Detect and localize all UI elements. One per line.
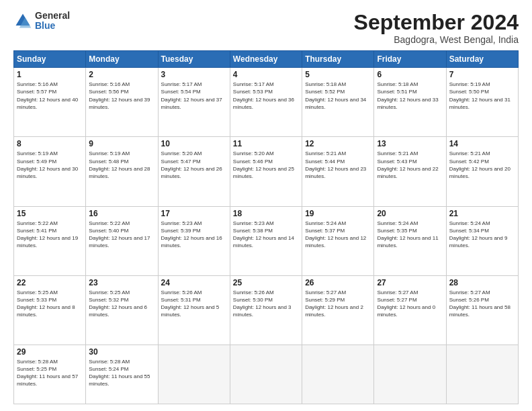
day-info: Sunrise: 5:27 AMSunset: 5:27 PMDaylight:… xyxy=(377,289,443,319)
calendar-row: 22Sunrise: 5:25 AMSunset: 5:33 PMDayligh… xyxy=(14,275,519,345)
day-number: 10 xyxy=(161,139,227,148)
table-row: 24Sunrise: 5:26 AMSunset: 5:31 PMDayligh… xyxy=(158,275,230,345)
day-number: 5 xyxy=(305,70,371,79)
day-number: 1 xyxy=(17,70,83,79)
day-number: 19 xyxy=(305,209,371,218)
col-tuesday: Tuesday xyxy=(158,51,230,68)
table-row: 16Sunrise: 5:22 AMSunset: 5:40 PMDayligh… xyxy=(86,206,158,275)
day-info: Sunrise: 5:27 AMSunset: 5:26 PMDaylight:… xyxy=(449,289,515,319)
col-wednesday: Wednesday xyxy=(230,51,302,68)
header: General Blue September 2024 Bagdogra, We… xyxy=(13,11,519,45)
table-row: 8Sunrise: 5:19 AMSunset: 5:49 PMDaylight… xyxy=(14,137,86,206)
col-friday: Friday xyxy=(374,51,446,68)
day-number: 3 xyxy=(161,70,227,79)
table-row: 15Sunrise: 5:22 AMSunset: 5:41 PMDayligh… xyxy=(14,206,86,275)
day-info: Sunrise: 5:16 AMSunset: 5:56 PMDaylight:… xyxy=(89,81,154,111)
day-number: 2 xyxy=(89,70,154,79)
table-row: 26Sunrise: 5:27 AMSunset: 5:29 PMDayligh… xyxy=(302,275,374,345)
table-row: 22Sunrise: 5:25 AMSunset: 5:33 PMDayligh… xyxy=(14,275,86,345)
table-row: 12Sunrise: 5:21 AMSunset: 5:44 PMDayligh… xyxy=(302,137,374,206)
day-number: 23 xyxy=(89,278,154,287)
table-row: 20Sunrise: 5:24 AMSunset: 5:35 PMDayligh… xyxy=(374,206,446,275)
day-info: Sunrise: 5:17 AMSunset: 5:53 PMDaylight:… xyxy=(233,81,299,111)
table-row: 14Sunrise: 5:21 AMSunset: 5:42 PMDayligh… xyxy=(446,137,518,206)
day-info: Sunrise: 5:21 AMSunset: 5:42 PMDaylight:… xyxy=(449,150,515,180)
col-sunday: Sunday xyxy=(14,51,86,68)
day-info: Sunrise: 5:25 AMSunset: 5:33 PMDaylight:… xyxy=(17,289,83,319)
calendar-row: 8Sunrise: 5:19 AMSunset: 5:49 PMDaylight… xyxy=(14,137,519,206)
day-number: 12 xyxy=(305,139,371,148)
day-number: 20 xyxy=(377,209,443,218)
table-row: 9Sunrise: 5:19 AMSunset: 5:48 PMDaylight… xyxy=(86,137,158,206)
day-info: Sunrise: 5:16 AMSunset: 5:57 PMDaylight:… xyxy=(17,81,83,111)
table-row: 29Sunrise: 5:28 AMSunset: 5:25 PMDayligh… xyxy=(14,345,86,404)
page: General Blue September 2024 Bagdogra, We… xyxy=(0,0,532,411)
table-row: 28Sunrise: 5:27 AMSunset: 5:26 PMDayligh… xyxy=(446,275,518,345)
day-number: 15 xyxy=(17,209,83,218)
day-info: Sunrise: 5:24 AMSunset: 5:34 PMDaylight:… xyxy=(449,220,515,250)
day-info: Sunrise: 5:27 AMSunset: 5:29 PMDaylight:… xyxy=(305,289,371,319)
day-info: Sunrise: 5:24 AMSunset: 5:35 PMDaylight:… xyxy=(377,220,443,250)
day-info: Sunrise: 5:23 AMSunset: 5:38 PMDaylight:… xyxy=(233,220,299,250)
table-row xyxy=(158,345,230,404)
table-row: 11Sunrise: 5:20 AMSunset: 5:46 PMDayligh… xyxy=(230,137,302,206)
day-number: 16 xyxy=(89,209,154,218)
day-number: 25 xyxy=(233,278,299,287)
day-info: Sunrise: 5:28 AMSunset: 5:25 PMDaylight:… xyxy=(17,358,83,388)
day-number: 9 xyxy=(89,139,154,148)
day-number: 28 xyxy=(449,278,515,287)
day-info: Sunrise: 5:20 AMSunset: 5:46 PMDaylight:… xyxy=(233,150,299,180)
day-number: 29 xyxy=(17,347,83,357)
table-row: 19Sunrise: 5:24 AMSunset: 5:37 PMDayligh… xyxy=(302,206,374,275)
day-number: 13 xyxy=(377,139,443,148)
table-row: 17Sunrise: 5:23 AMSunset: 5:39 PMDayligh… xyxy=(158,206,230,275)
day-info: Sunrise: 5:28 AMSunset: 5:24 PMDaylight:… xyxy=(89,358,154,388)
calendar-row: 1Sunrise: 5:16 AMSunset: 5:57 PMDaylight… xyxy=(14,68,519,137)
day-info: Sunrise: 5:20 AMSunset: 5:47 PMDaylight:… xyxy=(161,150,227,180)
month-title: September 2024 xyxy=(354,11,519,34)
table-row xyxy=(446,345,518,404)
day-info: Sunrise: 5:21 AMSunset: 5:43 PMDaylight:… xyxy=(377,150,443,180)
day-number: 4 xyxy=(233,70,299,79)
table-row: 10Sunrise: 5:20 AMSunset: 5:47 PMDayligh… xyxy=(158,137,230,206)
table-row: 2Sunrise: 5:16 AMSunset: 5:56 PMDaylight… xyxy=(86,68,158,137)
table-row: 27Sunrise: 5:27 AMSunset: 5:27 PMDayligh… xyxy=(374,275,446,345)
day-info: Sunrise: 5:22 AMSunset: 5:41 PMDaylight:… xyxy=(17,220,83,250)
day-info: Sunrise: 5:19 AMSunset: 5:50 PMDaylight:… xyxy=(449,81,515,111)
logo-blue: Blue xyxy=(35,21,70,31)
day-info: Sunrise: 5:21 AMSunset: 5:44 PMDaylight:… xyxy=(305,150,371,180)
col-saturday: Saturday xyxy=(446,51,518,68)
table-row: 23Sunrise: 5:25 AMSunset: 5:32 PMDayligh… xyxy=(86,275,158,345)
day-info: Sunrise: 5:19 AMSunset: 5:48 PMDaylight:… xyxy=(89,150,154,180)
day-number: 26 xyxy=(305,278,371,287)
col-thursday: Thursday xyxy=(302,51,374,68)
logo-icon xyxy=(13,11,32,30)
col-monday: Monday xyxy=(86,51,158,68)
table-row: 21Sunrise: 5:24 AMSunset: 5:34 PMDayligh… xyxy=(446,206,518,275)
day-number: 14 xyxy=(449,139,515,148)
day-info: Sunrise: 5:18 AMSunset: 5:51 PMDaylight:… xyxy=(377,81,443,111)
logo-general: General xyxy=(35,11,70,21)
day-info: Sunrise: 5:26 AMSunset: 5:30 PMDaylight:… xyxy=(233,289,299,319)
table-row: 18Sunrise: 5:23 AMSunset: 5:38 PMDayligh… xyxy=(230,206,302,275)
table-row: 30Sunrise: 5:28 AMSunset: 5:24 PMDayligh… xyxy=(86,345,158,404)
table-row xyxy=(230,345,302,404)
table-row: 25Sunrise: 5:26 AMSunset: 5:30 PMDayligh… xyxy=(230,275,302,345)
day-number: 6 xyxy=(377,70,443,79)
table-row: 6Sunrise: 5:18 AMSunset: 5:51 PMDaylight… xyxy=(374,68,446,137)
day-number: 17 xyxy=(161,209,227,218)
day-info: Sunrise: 5:26 AMSunset: 5:31 PMDaylight:… xyxy=(161,289,227,319)
day-info: Sunrise: 5:25 AMSunset: 5:32 PMDaylight:… xyxy=(89,289,154,319)
table-row: 3Sunrise: 5:17 AMSunset: 5:54 PMDaylight… xyxy=(158,68,230,137)
day-info: Sunrise: 5:18 AMSunset: 5:52 PMDaylight:… xyxy=(305,81,371,111)
location-subtitle: Bagdogra, West Bengal, India xyxy=(354,34,519,45)
day-info: Sunrise: 5:19 AMSunset: 5:49 PMDaylight:… xyxy=(17,150,83,180)
day-number: 18 xyxy=(233,209,299,218)
day-number: 8 xyxy=(17,139,83,148)
table-row: 7Sunrise: 5:19 AMSunset: 5:50 PMDaylight… xyxy=(446,68,518,137)
day-number: 11 xyxy=(233,139,299,148)
table-row xyxy=(374,345,446,404)
day-number: 24 xyxy=(161,278,227,287)
table-row: 4Sunrise: 5:17 AMSunset: 5:53 PMDaylight… xyxy=(230,68,302,137)
day-info: Sunrise: 5:24 AMSunset: 5:37 PMDaylight:… xyxy=(305,220,371,250)
